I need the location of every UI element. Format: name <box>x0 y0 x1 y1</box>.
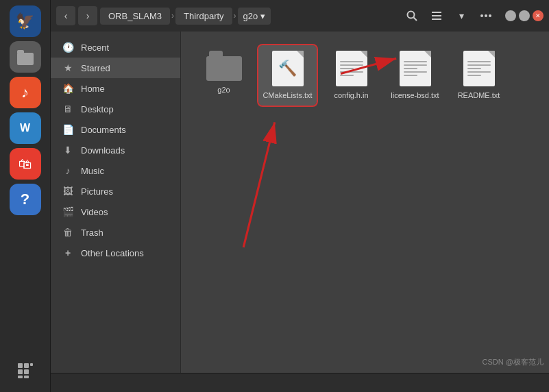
dock-icon-thunderbird[interactable]: 🦅 <box>10 5 41 37</box>
file-manager-window: ‹ › ORB_SLAM3 › Thirdparty › g2o ▾ <box>51 0 549 392</box>
svg-rect-2 <box>18 363 23 368</box>
file-item-config-h-in[interactable]: config.h.in <box>322 45 380 106</box>
desktop-icon: 🖥 <box>62 103 74 114</box>
text-line <box>340 68 354 69</box>
breadcrumb-g2o-dropdown[interactable]: g2o ▾ <box>238 8 271 25</box>
svg-rect-13 <box>432 19 441 20</box>
hammer-icon: 🔨 <box>278 60 297 77</box>
svg-line-10 <box>414 18 417 21</box>
svg-rect-8 <box>24 376 29 378</box>
file-name-g2o: g2o <box>217 85 230 95</box>
sidebar-label-other-locations: Other Locations <box>81 248 144 258</box>
sidebar-label-downloads: Downloads <box>81 145 125 156</box>
application-dock: 🦅 ♪ W 🛍 ? <box>0 0 51 392</box>
text-line <box>404 64 427 66</box>
file-item-license-bsd[interactable]: license-bsd.txt <box>386 45 444 106</box>
text-line <box>404 61 427 62</box>
hamburger-icon <box>480 14 492 17</box>
file-item-readme[interactable]: README.txt <box>450 45 508 106</box>
svg-rect-1 <box>17 50 24 54</box>
sidebar-label-trash: Trash <box>81 228 103 238</box>
dock-icon-help[interactable]: ? <box>10 184 41 215</box>
files-area: g2o 🔨 CMakeLists.txt <box>181 32 549 373</box>
maximize-button[interactable]: □ <box>519 10 530 21</box>
sidebar-label-pictures: Pictures <box>81 186 113 197</box>
cmake-file-icon: 🔨 <box>272 51 304 86</box>
dropdown-icon: ▾ <box>459 10 464 21</box>
show-applications-button[interactable] <box>10 355 41 387</box>
search-icon <box>406 10 418 22</box>
trash-icon: 🗑 <box>62 227 74 238</box>
dock-icon-appstore[interactable]: 🛍 <box>10 148 41 180</box>
sidebar-item-music[interactable]: ♪ Music <box>51 160 180 181</box>
sidebar-item-starred[interactable]: ★ Starred <box>51 58 180 78</box>
titlebar: ‹ › ORB_SLAM3 › Thirdparty › g2o ▾ <box>51 0 549 32</box>
sidebar-item-desktop[interactable]: 🖥 Desktop <box>51 99 180 119</box>
sidebar-item-trash[interactable]: 🗑 Trash <box>51 222 180 243</box>
downloads-icon: ⬇ <box>62 145 74 156</box>
svg-point-15 <box>485 14 487 17</box>
search-button[interactable] <box>401 5 423 27</box>
dock-icon-rhythmbox[interactable]: ♪ <box>10 77 41 108</box>
text-line <box>467 64 491 66</box>
svg-line-19 <box>243 122 275 247</box>
svg-point-16 <box>489 14 491 17</box>
text-lines <box>463 56 495 82</box>
breadcrumb-thirdparty[interactable]: Thirdparty <box>175 8 232 25</box>
sidebar-label-starred: Starred <box>81 63 110 73</box>
sidebar-label-videos: Videos <box>81 207 108 217</box>
view-options-dropdown[interactable]: ▾ <box>450 5 472 27</box>
svg-rect-5 <box>18 369 23 374</box>
sidebar-label-documents: Documents <box>81 125 126 135</box>
sidebar: 🕐 Recent ★ Starred 🏠 Home 🖥 Desktop 📄 Do… <box>51 32 181 373</box>
text-line <box>340 71 363 73</box>
breadcrumb-sep-1: › <box>171 11 174 21</box>
menu-button[interactable] <box>475 5 497 27</box>
text-line <box>467 71 491 73</box>
list-view-icon <box>430 10 443 22</box>
sidebar-item-documents[interactable]: 📄 Documents <box>51 119 180 140</box>
pictures-icon: 🖼 <box>62 186 74 197</box>
text-line <box>340 75 354 76</box>
dock-icon-files[interactable] <box>10 41 41 73</box>
starred-icon: ★ <box>62 62 74 73</box>
breadcrumb-sep-2: › <box>234 11 236 21</box>
bottom-bar <box>51 373 549 392</box>
svg-rect-0 <box>17 53 34 65</box>
sidebar-label-recent: Recent <box>81 42 109 53</box>
folder-icon-g2o <box>206 51 242 81</box>
recent-icon: 🕐 <box>62 42 74 53</box>
file-name-cmakelists: CMakeLists.txt <box>263 90 312 100</box>
sidebar-item-pictures[interactable]: 🖼 Pictures <box>51 181 180 201</box>
svg-point-14 <box>480 14 483 17</box>
documents-icon: 📄 <box>62 124 74 135</box>
text-line <box>404 68 417 69</box>
sidebar-item-recent[interactable]: 🕐 Recent <box>51 37 180 58</box>
breadcrumb-orbslam3[interactable]: ORB_SLAM3 <box>100 8 170 25</box>
window-controls: – □ ✕ <box>505 10 544 21</box>
back-button[interactable]: ‹ <box>56 6 75 25</box>
close-button[interactable]: ✕ <box>533 10 544 21</box>
text-line <box>467 61 491 62</box>
sidebar-item-videos[interactable]: 🎬 Videos <box>51 201 180 222</box>
text-lines <box>400 56 431 82</box>
svg-rect-3 <box>24 363 29 368</box>
text-lines <box>336 56 367 82</box>
list-view-button[interactable] <box>426 5 448 27</box>
sidebar-item-downloads[interactable]: ⬇ Downloads <box>51 140 180 160</box>
home-icon: 🏠 <box>62 83 74 94</box>
sidebar-item-other-locations[interactable]: + Other Locations <box>51 243 180 263</box>
file-item-g2o[interactable]: g2o <box>195 45 253 106</box>
file-name-readme: README.txt <box>458 90 500 100</box>
sidebar-item-home[interactable]: 🏠 Home <box>51 78 180 99</box>
minimize-button[interactable]: – <box>505 10 516 21</box>
svg-rect-7 <box>18 376 23 378</box>
dock-icon-writer[interactable]: W <box>10 112 41 144</box>
text-line <box>340 64 363 66</box>
svg-rect-4 <box>30 363 33 366</box>
text-line <box>404 71 427 73</box>
file-item-cmakelists[interactable]: 🔨 CMakeLists.txt <box>258 45 317 106</box>
text-file-icon-readme <box>463 51 495 86</box>
forward-button[interactable]: › <box>78 6 97 25</box>
other-locations-icon: + <box>62 247 74 258</box>
